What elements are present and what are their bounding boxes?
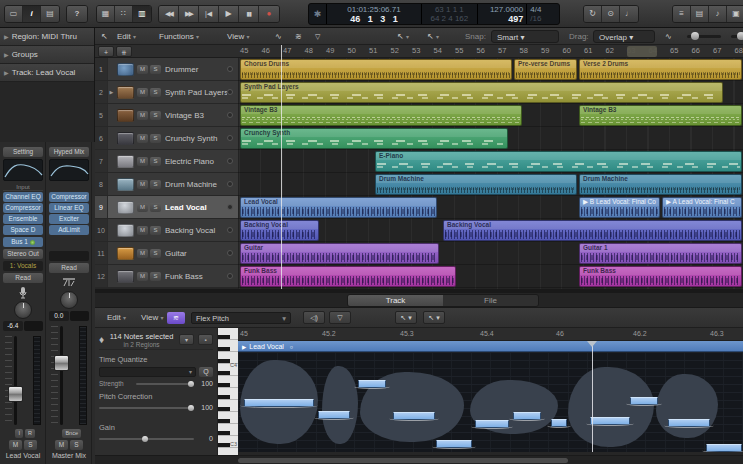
- plugin-slot[interactable]: Exciter: [49, 214, 89, 224]
- eq-thumbnail[interactable]: [3, 159, 43, 181]
- solo-button[interactable]: S: [150, 134, 161, 143]
- editor-beat-ruler[interactable]: 4545.245.345.44646.246.3: [238, 328, 743, 341]
- editor-command-click-tool[interactable]: ▾: [423, 311, 445, 324]
- region[interactable]: ▶ B Lead Vocal: Final Co: [579, 197, 660, 218]
- record-ready-icon[interactable]: [227, 66, 233, 72]
- track-row[interactable]: 7 ▶ M S Electric Piano: [95, 150, 238, 173]
- solo-button[interactable]: S: [150, 65, 161, 74]
- piano-keyboard[interactable]: C4 C3: [218, 328, 238, 455]
- track-lane[interactable]: Chorus DrumsPre-verse DrumsVerse 2 Drums: [238, 58, 743, 81]
- drag-select[interactable]: Overlap ▾: [593, 30, 655, 43]
- solo-button[interactable]: S: [150, 226, 161, 235]
- flex-pitch-editor[interactable]: [238, 352, 743, 452]
- forward-button[interactable]: [179, 6, 199, 22]
- list-editors-button[interactable]: [673, 6, 691, 22]
- send-knob-icon[interactable]: [30, 240, 35, 245]
- plugin-slot[interactable]: Space D: [3, 225, 43, 235]
- quick-help-button[interactable]: [67, 6, 87, 22]
- track-lane[interactable]: Vintage B3Vintage B3: [238, 104, 743, 127]
- slider-thumb[interactable]: [691, 32, 699, 40]
- plugin-slot[interactable]: Compressor: [3, 203, 43, 213]
- track-row[interactable]: 12 ▶ M S Funk Bass: [95, 265, 238, 288]
- mute-button[interactable]: M: [137, 226, 148, 235]
- slider-thumb[interactable]: [188, 381, 194, 387]
- flex-pitch-note[interactable]: [475, 420, 509, 428]
- editor-playhead-marker[interactable]: [587, 341, 597, 352]
- volume-value[interactable]: -6.4: [3, 321, 23, 331]
- bounce-button[interactable]: Bnce: [62, 429, 81, 438]
- scrollbar-thumb[interactable]: [238, 458, 568, 463]
- track-name[interactable]: Guitar: [165, 249, 227, 258]
- replace-button[interactable]: [602, 6, 620, 22]
- solo-button[interactable]: S: [150, 272, 161, 281]
- strip-solo-button[interactable]: S: [70, 440, 83, 450]
- horizontal-zoom-slider[interactable]: [731, 35, 743, 38]
- send-slot[interactable]: Bus 1: [3, 237, 43, 247]
- track-name[interactable]: Backing Vocal: [165, 226, 227, 235]
- hierarchy-button[interactable]: [97, 30, 112, 43]
- track-row[interactable]: 2 ▶ M S Synth Pad Layers: [95, 81, 238, 104]
- track-lane[interactable]: E-Piano: [238, 150, 743, 173]
- region[interactable]: Vintage B3: [240, 105, 522, 126]
- region[interactable]: Backing Vocal: [443, 220, 742, 241]
- volume-fader[interactable]: [49, 324, 89, 427]
- smart-controls-button[interactable]: [97, 6, 115, 22]
- region-play-icon[interactable]: ▶: [242, 344, 246, 350]
- track-name[interactable]: Funk Bass: [165, 272, 227, 281]
- eq-thumbnail[interactable]: [49, 159, 89, 181]
- mixer-button[interactable]: [115, 6, 133, 22]
- mute-button[interactable]: M: [137, 65, 148, 74]
- region[interactable]: Drum Machine: [579, 174, 742, 195]
- track-row[interactable]: 9 ▶ M S Lead Vocal: [95, 196, 238, 219]
- track-lane[interactable]: Synth Pad Layers: [238, 81, 743, 104]
- waveform-zoom-button[interactable]: [661, 30, 676, 43]
- mute-button[interactable]: M: [137, 111, 148, 120]
- strip-setting-button[interactable]: Hyped Mix: [49, 147, 89, 157]
- region[interactable]: E-Piano: [375, 151, 742, 172]
- fader-cap[interactable]: [8, 386, 23, 402]
- slider-thumb[interactable]: [188, 405, 194, 411]
- track-inspector-header[interactable]: ▶Track: Lead Vocal: [0, 64, 94, 82]
- add-track-button[interactable]: +: [98, 46, 114, 57]
- flex-pitch-note[interactable]: [706, 444, 742, 452]
- track-filter-button[interactable]: [311, 30, 324, 43]
- note-pads-button[interactable]: [691, 6, 709, 22]
- record-ready-icon[interactable]: [227, 181, 233, 187]
- solo-button[interactable]: S: [150, 249, 161, 258]
- solo-button[interactable]: S: [150, 157, 161, 166]
- input-monitor-button[interactable]: I: [15, 429, 23, 438]
- solo-button[interactable]: S: [150, 203, 161, 212]
- region[interactable]: Backing Vocal: [240, 220, 319, 241]
- track-lane[interactable]: GuitarGuitar 1: [238, 242, 743, 265]
- strip-solo-button[interactable]: S: [24, 440, 37, 450]
- tab-file[interactable]: File: [443, 295, 538, 306]
- solo-button[interactable]: S: [150, 111, 161, 120]
- record-enable-button[interactable]: R: [25, 429, 35, 438]
- region-scope-button[interactable]: ▾: [179, 334, 194, 345]
- region[interactable]: Drum Machine: [375, 174, 577, 195]
- pan-knob[interactable]: [14, 301, 32, 319]
- track-row[interactable]: 11 ▶ M S Guitar: [95, 242, 238, 265]
- automation-mode-slot[interactable]: Read: [49, 263, 89, 273]
- editor-view-menu[interactable]: View ▾: [137, 311, 167, 325]
- strip-name[interactable]: Lead Vocal: [3, 452, 43, 462]
- stack-disclosure-icon[interactable]: ▶: [108, 89, 115, 95]
- stop-button[interactable]: [199, 6, 219, 22]
- toolbar-button[interactable]: [41, 6, 59, 22]
- region[interactable]: Guitar 1: [579, 243, 742, 264]
- record-ready-icon[interactable]: [227, 250, 233, 256]
- lcd-display[interactable]: ✱ 01:01:25:06.71 46 1 3 1 63 1 1 1 64 2 …: [308, 3, 560, 25]
- rewind-button[interactable]: [159, 6, 179, 22]
- mute-button[interactable]: M: [137, 157, 148, 166]
- mute-button[interactable]: M: [137, 134, 148, 143]
- track-lane[interactable]: Funk BassFunk Bass: [238, 265, 743, 288]
- strip-mute-button[interactable]: M: [9, 440, 22, 450]
- mute-button[interactable]: M: [137, 180, 148, 189]
- flex-pitch-note[interactable]: [551, 419, 567, 427]
- flex-pitch-note[interactable]: [244, 399, 314, 407]
- flex-pitch-note[interactable]: [668, 419, 710, 427]
- flex-pitch-note[interactable]: [436, 440, 472, 448]
- plugin-slot[interactable]: Linear EQ: [49, 203, 89, 213]
- region-inspector-header[interactable]: ▶Region: MIDI Thru: [0, 28, 94, 46]
- playhead[interactable]: [281, 45, 282, 289]
